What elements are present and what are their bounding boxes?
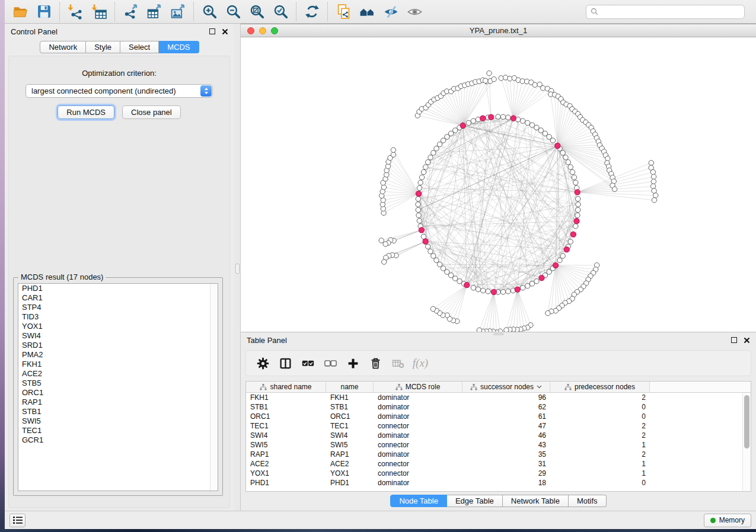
network-node[interactable] [453,276,458,281]
network-node[interactable] [428,155,433,160]
hide-graphics-details-button[interactable] [379,2,403,21]
network-node[interactable] [428,249,433,254]
network-hub-node[interactable] [575,190,580,195]
network-node[interactable] [471,286,476,290]
select-all-button[interactable] [296,352,319,374]
mcds-result-item[interactable]: STB5 [18,379,218,388]
table-settings-button[interactable] [251,352,274,374]
close-panel-icon[interactable] [744,337,750,344]
column-header-MCDS-role[interactable]: MCDS role [374,382,462,392]
mcds-result-item[interactable]: PHD1 [18,284,218,293]
network-hub-node[interactable] [511,116,516,121]
network-node[interactable] [508,76,512,81]
table-row[interactable]: ORC1ORC1dominator610 [246,412,751,421]
network-node[interactable] [383,242,388,246]
close-panel-icon[interactable] [222,28,228,35]
network-node[interactable] [521,118,525,123]
column-header-shared-name[interactable]: shared name [246,382,326,392]
table-row[interactable]: ACE2ACE2connector311 [246,459,751,469]
network-node[interactable] [500,290,505,294]
open-session-button[interactable] [8,2,32,21]
network-node[interactable] [448,273,453,278]
network-node[interactable] [572,175,576,180]
tab-node-table[interactable]: Node Table [390,495,447,507]
network-graph[interactable] [241,37,756,332]
mcds-result-item[interactable]: SWI5 [18,416,218,426]
network-node[interactable] [448,131,453,136]
network-node[interactable] [560,150,565,155]
network-node[interactable] [651,174,656,179]
table-row[interactable]: PHD1PHD1dominator180 [246,478,751,488]
export-table-button[interactable] [142,2,166,21]
table-row[interactable]: SWI5SWI5connector431 [246,440,751,450]
duplicate-network-button[interactable] [331,2,355,21]
network-node[interactable] [568,165,573,169]
network-hub-node[interactable] [464,283,470,288]
network-node[interactable] [416,197,420,201]
network-node[interactable] [391,152,395,157]
network-node[interactable] [575,213,580,217]
network-node[interactable] [560,254,565,258]
network-node[interactable] [431,254,436,258]
table-row[interactable]: STB1STB1dominator620 [246,402,751,412]
table-scrollbar-thumb[interactable] [744,395,749,448]
network-node[interactable] [570,169,575,174]
network-canvas[interactable] [241,37,756,332]
network-node[interactable] [437,262,442,267]
network-hub-node[interactable] [564,247,569,252]
network-node[interactable] [416,202,420,207]
network-node[interactable] [417,185,422,190]
network-hub-node[interactable] [423,239,428,244]
network-node[interactable] [521,286,525,290]
search-input[interactable] [601,7,740,16]
network-node[interactable] [445,134,449,139]
optimization-criterion-select[interactable]: largest connected component (undirected) [25,84,213,98]
network-node[interactable] [532,82,537,87]
network-node[interactable] [576,202,580,207]
network-node[interactable] [419,175,424,180]
export-image-button[interactable] [166,2,190,21]
mcds-result-item[interactable]: YOX1 [18,322,218,331]
network-node[interactable] [437,142,442,147]
network-node[interactable] [576,207,580,212]
float-panel-icon[interactable] [731,337,737,343]
network-node[interactable] [421,169,426,174]
network-node[interactable] [441,266,445,271]
network-node[interactable] [504,328,509,332]
tab-select[interactable]: Select [120,41,159,53]
mcds-result-item[interactable]: CAR1 [18,293,218,303]
network-node[interactable] [650,184,655,188]
network-node[interactable] [566,160,570,165]
network-node[interactable] [431,150,436,155]
show-graphics-details-button[interactable] [403,2,426,21]
mcds-result-item[interactable]: ORC1 [18,388,218,398]
network-hub-node[interactable] [574,219,579,224]
save-session-button[interactable] [32,2,56,21]
network-node[interactable] [612,187,617,191]
network-hub-node[interactable] [555,143,560,148]
network-node[interactable] [573,224,578,229]
memory-button[interactable]: Memory [704,514,751,527]
network-node[interactable] [546,310,550,315]
zoom-selected-button[interactable] [269,2,292,21]
network-node[interactable] [416,207,420,212]
network-node[interactable] [557,258,562,262]
table-row[interactable]: FKH1FKH1dominator962 [246,393,751,402]
network-node[interactable] [466,120,471,125]
mcds-result-item[interactable]: STP4 [18,303,218,312]
mcds-result-item[interactable]: STB1 [18,407,218,416]
network-hub-node[interactable] [553,262,559,268]
column-visibility-button[interactable] [274,352,296,374]
network-node[interactable] [430,306,435,311]
network-node[interactable] [382,259,387,264]
network-node[interactable] [426,160,430,165]
task-history-button[interactable] [9,514,25,527]
network-node[interactable] [650,169,655,174]
network-hub-node[interactable] [539,275,544,281]
import-table-button[interactable] [87,2,111,21]
network-node[interactable] [547,270,551,274]
network-node[interactable] [417,219,422,223]
zoom-out-button[interactable] [221,2,245,21]
column-header-predecessor-nodes[interactable]: predecessor nodes [550,382,650,392]
tab-network-table[interactable]: Network Table [503,495,569,507]
